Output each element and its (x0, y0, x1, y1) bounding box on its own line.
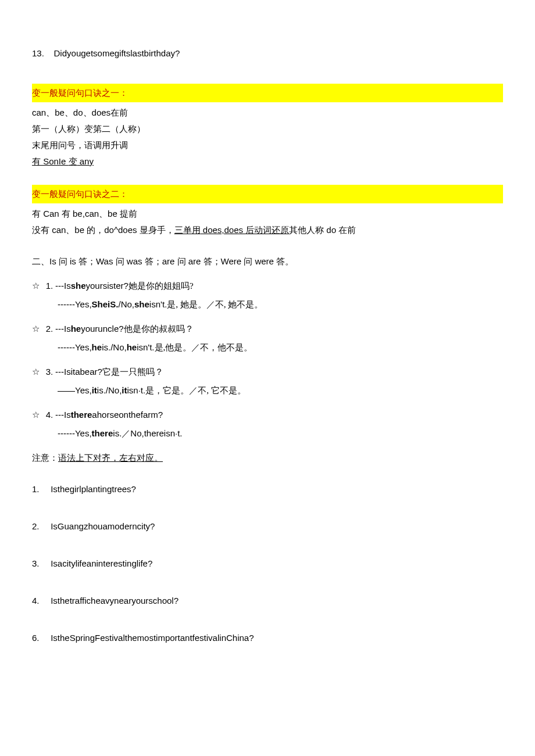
section2-intro: 二、Is 问 is 答；Was 问 was 答；are 问 are 答；Were… (32, 255, 503, 268)
rule1-line2: 第一（人称）变第二（人称） (32, 122, 503, 136)
rule1-line4-mid: SonIe (41, 156, 69, 166)
t: 答； (79, 257, 96, 266)
t: 没有 (32, 225, 49, 235)
t: 她是你的姐姐吗? (129, 281, 194, 291)
star-icon: ☆ (32, 365, 44, 379)
t: ------Yes, (58, 299, 92, 309)
t: there (92, 428, 113, 438)
t: 其他人称 (289, 225, 324, 235)
item-text: IsGuangzhouamoderncity? (51, 521, 155, 531)
rule1-line1-cn: 在前 (110, 108, 128, 117)
t: there (71, 410, 92, 420)
rule2-line1: 有 Can 有 be,can、be 提前 (32, 207, 503, 221)
t: does,does (201, 225, 246, 235)
t: 他是你的叔叔吗？ (124, 324, 194, 334)
t: ---Is (55, 324, 71, 334)
document-page: 13. Didyougetsomegiftslastbirthday? 变一般疑… (0, 0, 535, 756)
t: ------Yes, (58, 342, 92, 352)
t: 答； (204, 257, 221, 266)
example-4-question: ☆ 4. ---Isthereahorseonthefarm? (32, 408, 503, 422)
t: is./No, (102, 342, 127, 352)
star-icon: ☆ (32, 408, 44, 422)
t: she (134, 299, 149, 309)
rule1-line4: 有 SonIe 变 any (32, 155, 503, 169)
rule1-line1: can、be、do、does在前 (32, 106, 503, 120)
t: he (127, 342, 137, 352)
t: 答； (145, 257, 162, 266)
rule2-line2: 没有 can、be 的，do^does 显身手，三单用 does,does 后动… (32, 223, 503, 237)
t: ahorseonthefarm? (92, 410, 163, 420)
t: 问 (116, 257, 124, 266)
t: 有 (32, 209, 41, 218)
t: 问 (59, 257, 67, 266)
t: he (71, 324, 81, 334)
t: was (124, 256, 145, 266)
t: 有 (62, 209, 70, 218)
t: isn·t. (127, 385, 146, 395)
t: 4. (46, 410, 54, 420)
t: youruncle? (81, 324, 123, 334)
rule1-line4-end: any (77, 156, 94, 166)
question-13: 13. Didyougetsomegiftslastbirthday? (32, 46, 503, 60)
rule1-line4-pre: 有 (32, 157, 41, 166)
example-1-question: ☆ 1. ---Issheyoursister?她是你的姐姐吗? (32, 279, 503, 293)
note-text: 语法上下对齐，左右对应。 (58, 453, 163, 463)
item-text: Isacitylifeaninterestinglife? (51, 558, 152, 568)
t: 是, 她是。／不, 她不是。 (167, 300, 263, 309)
t: yoursister? (86, 281, 129, 291)
question-number: 13. (32, 48, 44, 58)
t: are (162, 256, 177, 266)
t: is. (113, 428, 122, 438)
t: 显身手， (140, 225, 174, 235)
t: 二、 (32, 257, 49, 266)
item-number: 3. (32, 557, 48, 571)
example-4-answer: ------Yes,thereis.／No,thereisn·t. (58, 427, 503, 440)
list-item-3: 3. Isacitylifeaninterestinglife? (32, 557, 503, 571)
example-1-answer: ------Yes,SheiS./No,sheisn't.是, 她是。／不, 她… (58, 298, 503, 311)
t: Were (221, 256, 244, 266)
t: do^does (104, 225, 139, 235)
t: 3. (46, 367, 54, 377)
t: isn't. (149, 299, 167, 309)
t: he (92, 342, 102, 352)
item-text: Isthetrafficheavynearyourschool? (51, 596, 179, 605)
t: 答。 (276, 257, 294, 266)
example-3-question: ☆ 3. ---Isitabear?它是一只熊吗？ (32, 365, 503, 379)
t: ／ (122, 429, 130, 438)
t: Was (96, 256, 116, 266)
t: /No, (118, 299, 134, 309)
t: 问 (244, 257, 252, 266)
t: she (71, 281, 86, 291)
list-item-2: 2. IsGuangzhouamoderncity? (32, 519, 503, 533)
t: it (92, 385, 97, 395)
t: it (122, 385, 127, 395)
t: No,thereisn·t. (130, 428, 182, 438)
question-text: Didyougetsomegiftslastbirthday? (54, 48, 180, 58)
t: 问 (177, 257, 186, 266)
t: SheiS. (92, 299, 119, 309)
t: 提前 (120, 209, 137, 218)
example-2-answer: ------Yes,heis./No,heisn't.是,他是。／不，他不是。 (58, 341, 503, 354)
t: ---Is (55, 410, 71, 420)
t: is./No, (97, 385, 122, 395)
t: Is (49, 256, 59, 266)
rule2-title: 变一般疑问句口诀之二： (32, 185, 503, 203)
t: can、be (49, 225, 87, 235)
rule1-line3: 末尾用问号，语调用升调 (32, 138, 503, 152)
t: do (324, 225, 338, 235)
t: is (67, 256, 79, 266)
example-2-question: ☆ 2. ---Isheyouruncle?他是你的叔叔吗？ (32, 322, 503, 336)
list-item-4: 4. Isthetrafficheavynearyourschool? (32, 594, 503, 608)
item-text: IstheSpringFestivalthemostimportantfesti… (51, 633, 254, 643)
list-item-6: 6. IstheSpringFestivalthemostimportantfe… (32, 631, 503, 645)
t: are (186, 256, 204, 266)
t: Can (41, 209, 62, 218)
t: 后动词还原 (245, 225, 289, 235)
t: 在前 (338, 225, 356, 235)
rule1-line4-post: 变 (69, 157, 77, 166)
t: ---Isitabear? (55, 367, 102, 377)
t: 2. (46, 324, 54, 334)
t: 三单用 (174, 225, 201, 235)
rule1-title: 变一般疑问句口诀之一： (32, 84, 503, 102)
t: be,can、be (70, 209, 120, 218)
